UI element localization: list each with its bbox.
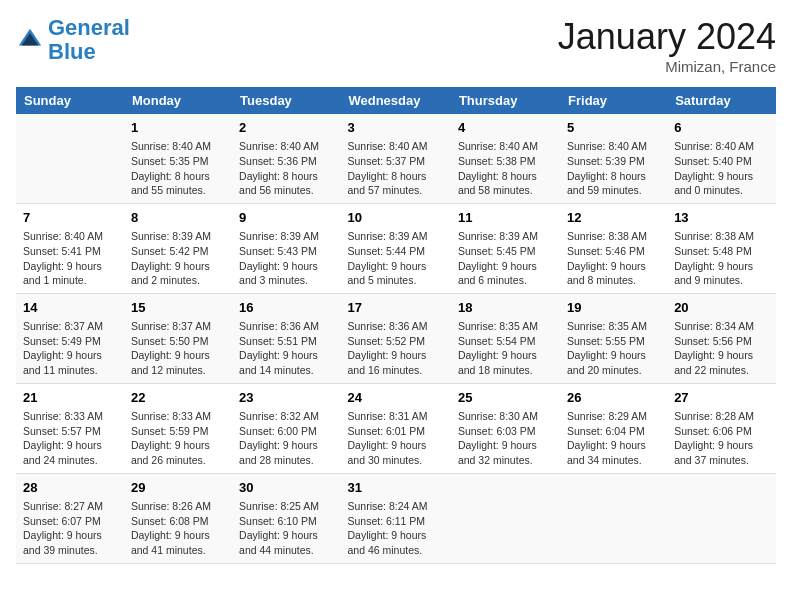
day-number: 23	[239, 389, 333, 407]
day-number: 14	[23, 299, 117, 317]
day-number: 10	[347, 209, 443, 227]
day-info: Sunrise: 8:33 AM Sunset: 5:57 PM Dayligh…	[23, 409, 117, 468]
day-cell: 28Sunrise: 8:27 AM Sunset: 6:07 PM Dayli…	[16, 473, 124, 563]
day-info: Sunrise: 8:40 AM Sunset: 5:40 PM Dayligh…	[674, 139, 769, 198]
day-number: 31	[347, 479, 443, 497]
calendar-table: SundayMondayTuesdayWednesdayThursdayFrid…	[16, 87, 776, 564]
day-info: Sunrise: 8:32 AM Sunset: 6:00 PM Dayligh…	[239, 409, 333, 468]
day-info: Sunrise: 8:30 AM Sunset: 6:03 PM Dayligh…	[458, 409, 553, 468]
day-cell: 3Sunrise: 8:40 AM Sunset: 5:37 PM Daylig…	[340, 114, 450, 203]
day-number: 30	[239, 479, 333, 497]
day-info: Sunrise: 8:29 AM Sunset: 6:04 PM Dayligh…	[567, 409, 660, 468]
day-info: Sunrise: 8:31 AM Sunset: 6:01 PM Dayligh…	[347, 409, 443, 468]
day-number: 8	[131, 209, 225, 227]
month-title: January 2024	[558, 16, 776, 58]
day-info: Sunrise: 8:39 AM Sunset: 5:42 PM Dayligh…	[131, 229, 225, 288]
title-block: January 2024 Mimizan, France	[558, 16, 776, 75]
day-cell: 6Sunrise: 8:40 AM Sunset: 5:40 PM Daylig…	[667, 114, 776, 203]
day-info: Sunrise: 8:35 AM Sunset: 5:55 PM Dayligh…	[567, 319, 660, 378]
day-info: Sunrise: 8:40 AM Sunset: 5:36 PM Dayligh…	[239, 139, 333, 198]
day-info: Sunrise: 8:38 AM Sunset: 5:48 PM Dayligh…	[674, 229, 769, 288]
day-info: Sunrise: 8:39 AM Sunset: 5:44 PM Dayligh…	[347, 229, 443, 288]
day-info: Sunrise: 8:24 AM Sunset: 6:11 PM Dayligh…	[347, 499, 443, 558]
day-cell: 31Sunrise: 8:24 AM Sunset: 6:11 PM Dayli…	[340, 473, 450, 563]
day-cell	[451, 473, 560, 563]
week-row-3: 14Sunrise: 8:37 AM Sunset: 5:49 PM Dayli…	[16, 293, 776, 383]
day-info: Sunrise: 8:37 AM Sunset: 5:49 PM Dayligh…	[23, 319, 117, 378]
day-number: 28	[23, 479, 117, 497]
day-number: 21	[23, 389, 117, 407]
day-number: 20	[674, 299, 769, 317]
day-number: 2	[239, 119, 333, 137]
day-cell: 5Sunrise: 8:40 AM Sunset: 5:39 PM Daylig…	[560, 114, 667, 203]
day-number: 22	[131, 389, 225, 407]
day-number: 24	[347, 389, 443, 407]
week-row-1: 1Sunrise: 8:40 AM Sunset: 5:35 PM Daylig…	[16, 114, 776, 203]
day-number: 5	[567, 119, 660, 137]
col-header-saturday: Saturday	[667, 87, 776, 114]
day-info: Sunrise: 8:36 AM Sunset: 5:52 PM Dayligh…	[347, 319, 443, 378]
col-header-sunday: Sunday	[16, 87, 124, 114]
day-info: Sunrise: 8:28 AM Sunset: 6:06 PM Dayligh…	[674, 409, 769, 468]
day-cell: 1Sunrise: 8:40 AM Sunset: 5:35 PM Daylig…	[124, 114, 232, 203]
day-cell: 29Sunrise: 8:26 AM Sunset: 6:08 PM Dayli…	[124, 473, 232, 563]
day-number: 6	[674, 119, 769, 137]
day-number: 18	[458, 299, 553, 317]
logo-text: General Blue	[48, 16, 130, 64]
day-info: Sunrise: 8:40 AM Sunset: 5:35 PM Dayligh…	[131, 139, 225, 198]
day-cell: 7Sunrise: 8:40 AM Sunset: 5:41 PM Daylig…	[16, 203, 124, 293]
day-number: 3	[347, 119, 443, 137]
day-number: 25	[458, 389, 553, 407]
day-number: 7	[23, 209, 117, 227]
day-info: Sunrise: 8:36 AM Sunset: 5:51 PM Dayligh…	[239, 319, 333, 378]
logo-blue-text: Blue	[48, 39, 96, 64]
day-info: Sunrise: 8:39 AM Sunset: 5:43 PM Dayligh…	[239, 229, 333, 288]
day-number: 26	[567, 389, 660, 407]
day-info: Sunrise: 8:35 AM Sunset: 5:54 PM Dayligh…	[458, 319, 553, 378]
day-number: 1	[131, 119, 225, 137]
day-number: 12	[567, 209, 660, 227]
day-cell: 26Sunrise: 8:29 AM Sunset: 6:04 PM Dayli…	[560, 383, 667, 473]
day-number: 17	[347, 299, 443, 317]
day-info: Sunrise: 8:38 AM Sunset: 5:46 PM Dayligh…	[567, 229, 660, 288]
day-number: 27	[674, 389, 769, 407]
day-cell: 23Sunrise: 8:32 AM Sunset: 6:00 PM Dayli…	[232, 383, 340, 473]
day-cell: 16Sunrise: 8:36 AM Sunset: 5:51 PM Dayli…	[232, 293, 340, 383]
day-info: Sunrise: 8:40 AM Sunset: 5:41 PM Dayligh…	[23, 229, 117, 288]
day-number: 16	[239, 299, 333, 317]
day-info: Sunrise: 8:37 AM Sunset: 5:50 PM Dayligh…	[131, 319, 225, 378]
day-cell: 24Sunrise: 8:31 AM Sunset: 6:01 PM Dayli…	[340, 383, 450, 473]
day-cell: 14Sunrise: 8:37 AM Sunset: 5:49 PM Dayli…	[16, 293, 124, 383]
day-cell: 10Sunrise: 8:39 AM Sunset: 5:44 PM Dayli…	[340, 203, 450, 293]
day-cell: 30Sunrise: 8:25 AM Sunset: 6:10 PM Dayli…	[232, 473, 340, 563]
day-number: 4	[458, 119, 553, 137]
logo: General Blue	[16, 16, 130, 64]
col-header-tuesday: Tuesday	[232, 87, 340, 114]
day-cell	[16, 114, 124, 203]
day-cell: 20Sunrise: 8:34 AM Sunset: 5:56 PM Dayli…	[667, 293, 776, 383]
col-header-friday: Friday	[560, 87, 667, 114]
day-number: 13	[674, 209, 769, 227]
location: Mimizan, France	[558, 58, 776, 75]
day-info: Sunrise: 8:39 AM Sunset: 5:45 PM Dayligh…	[458, 229, 553, 288]
col-header-monday: Monday	[124, 87, 232, 114]
day-cell: 8Sunrise: 8:39 AM Sunset: 5:42 PM Daylig…	[124, 203, 232, 293]
day-cell: 2Sunrise: 8:40 AM Sunset: 5:36 PM Daylig…	[232, 114, 340, 203]
day-cell: 15Sunrise: 8:37 AM Sunset: 5:50 PM Dayli…	[124, 293, 232, 383]
day-cell: 4Sunrise: 8:40 AM Sunset: 5:38 PM Daylig…	[451, 114, 560, 203]
day-info: Sunrise: 8:34 AM Sunset: 5:56 PM Dayligh…	[674, 319, 769, 378]
day-cell	[667, 473, 776, 563]
day-number: 19	[567, 299, 660, 317]
day-cell: 11Sunrise: 8:39 AM Sunset: 5:45 PM Dayli…	[451, 203, 560, 293]
day-cell	[560, 473, 667, 563]
day-number: 29	[131, 479, 225, 497]
day-info: Sunrise: 8:25 AM Sunset: 6:10 PM Dayligh…	[239, 499, 333, 558]
col-header-wednesday: Wednesday	[340, 87, 450, 114]
day-cell: 9Sunrise: 8:39 AM Sunset: 5:43 PM Daylig…	[232, 203, 340, 293]
day-cell: 25Sunrise: 8:30 AM Sunset: 6:03 PM Dayli…	[451, 383, 560, 473]
day-cell: 18Sunrise: 8:35 AM Sunset: 5:54 PM Dayli…	[451, 293, 560, 383]
day-cell: 13Sunrise: 8:38 AM Sunset: 5:48 PM Dayli…	[667, 203, 776, 293]
day-cell: 17Sunrise: 8:36 AM Sunset: 5:52 PM Dayli…	[340, 293, 450, 383]
day-number: 15	[131, 299, 225, 317]
logo-icon	[16, 26, 44, 54]
